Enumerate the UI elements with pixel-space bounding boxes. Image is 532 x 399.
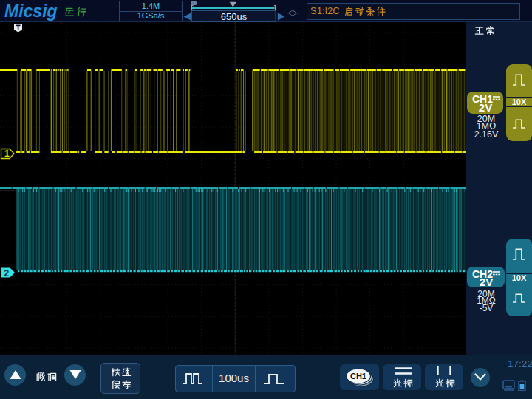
svg-text:CH1: CH1 xyxy=(350,372,366,381)
svg-text:1: 1 xyxy=(4,149,10,159)
svg-text:2: 2 xyxy=(4,268,10,279)
